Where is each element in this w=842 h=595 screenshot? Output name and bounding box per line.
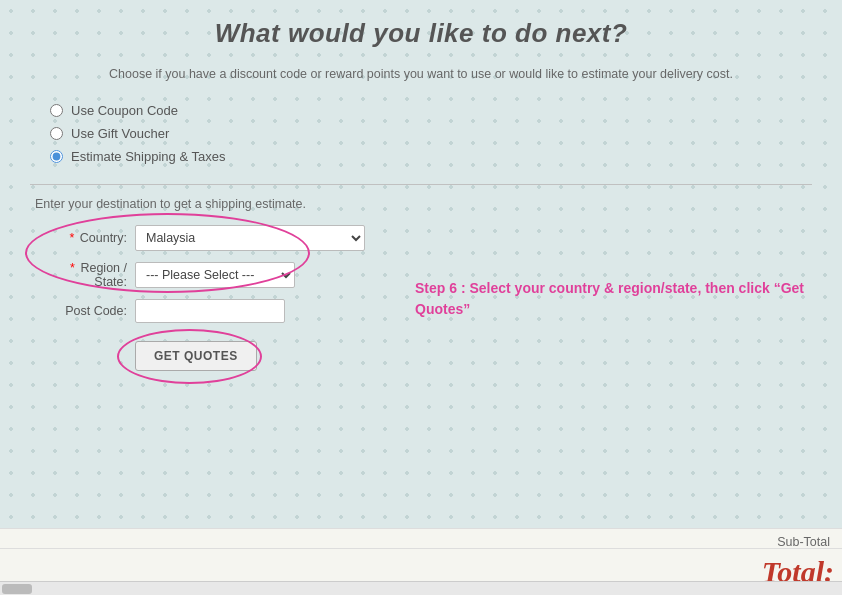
radio-voucher[interactable] <box>50 127 63 140</box>
required-star-country: * <box>69 231 74 245</box>
horizontal-scrollbar[interactable] <box>0 581 842 595</box>
postcode-label: Post Code: <box>35 304 135 318</box>
country-label: * Country: <box>35 231 135 245</box>
divider <box>30 184 812 185</box>
postcode-input[interactable] <box>135 299 285 323</box>
annotation-text: Step 6 : Select your country & region/st… <box>415 280 804 317</box>
region-row: * Region / State: --- Please Select --- <box>35 261 365 289</box>
radio-item-coupon[interactable]: Use Coupon Code <box>50 103 812 118</box>
region-label: * Region / State: <box>35 261 135 289</box>
radio-shipping[interactable] <box>50 150 63 163</box>
radio-item-voucher[interactable]: Use Gift Voucher <box>50 126 812 141</box>
page-wrapper: What would you like to do next? Choose i… <box>0 0 842 595</box>
get-quotes-button[interactable]: GET QUOTES <box>135 341 257 371</box>
subtotal-label: Sub-Total <box>777 535 830 549</box>
radio-coupon-label: Use Coupon Code <box>71 103 178 118</box>
page-title: What would you like to do next? <box>30 18 812 49</box>
required-star-region: * <box>70 261 75 275</box>
radio-group: Use Coupon Code Use Gift Voucher Estimat… <box>50 103 812 164</box>
radio-item-shipping[interactable]: Estimate Shipping & Taxes <box>50 149 812 164</box>
country-select[interactable]: Malaysia <box>135 225 365 251</box>
section-label: Enter your destination to get a shipping… <box>35 197 812 211</box>
country-row: * Country: Malaysia <box>35 225 365 251</box>
main-content: What would you like to do next? Choose i… <box>0 0 842 381</box>
radio-coupon[interactable] <box>50 104 63 117</box>
radio-shipping-label: Estimate Shipping & Taxes <box>71 149 225 164</box>
get-quotes-wrapper: GET QUOTES <box>135 341 257 371</box>
region-select[interactable]: --- Please Select --- <box>135 262 295 288</box>
annotation: Step 6 : Select your country & region/st… <box>415 278 805 320</box>
scrollbar-thumb[interactable] <box>2 584 32 594</box>
subtitle: Choose if you have a discount code or re… <box>30 67 812 81</box>
radio-voucher-label: Use Gift Voucher <box>71 126 169 141</box>
